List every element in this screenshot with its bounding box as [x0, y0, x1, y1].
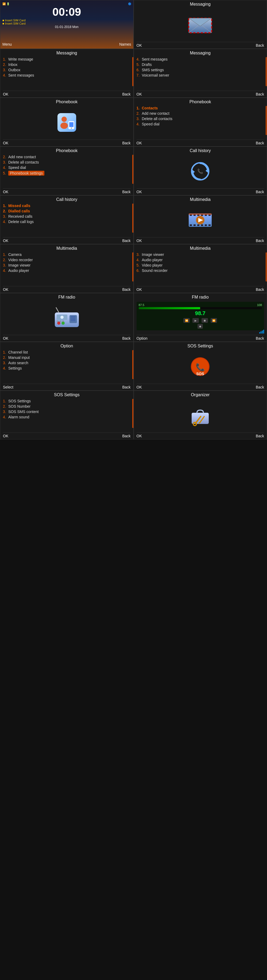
pb2-item-4[interactable]: 4. Speed dial	[3, 165, 131, 170]
item-num: 1.	[3, 57, 7, 61]
ok-key[interactable]: OK	[3, 287, 8, 292]
back-key[interactable]: Back	[122, 141, 130, 145]
fmradio-icon-cell: FM radio	[0, 293, 134, 342]
ok-key[interactable]: OK	[137, 385, 142, 389]
ch-item-4[interactable]: 4. Delete call logs	[3, 219, 131, 224]
item-label: Settings	[8, 366, 22, 370]
mm-item-1[interactable]: 1. Camera	[3, 252, 131, 257]
msg-item-4[interactable]: 4. Sent messages	[3, 73, 131, 78]
back-key[interactable]: Back	[256, 43, 264, 48]
back-key[interactable]: Back	[256, 190, 264, 194]
fm-stop-btn[interactable]: ⏹	[201, 318, 208, 323]
back-key[interactable]: Back	[122, 336, 130, 340]
back-key[interactable]: Back	[122, 239, 130, 243]
pb-item-2[interactable]: 2. Add new contact	[137, 111, 264, 116]
msg-item-2[interactable]: 2. Inbox	[3, 62, 131, 67]
ok-key[interactable]: OK	[137, 287, 142, 292]
ok-key[interactable]: OK	[3, 141, 8, 145]
contact-icon	[56, 112, 77, 133]
item-num: 4.	[3, 73, 7, 77]
phonebook-icon-bottombar: OK Back	[3, 140, 131, 145]
item-label: Outbox	[8, 68, 20, 72]
ok-key[interactable]: OK	[137, 434, 142, 438]
msg2-item-5[interactable]: 5. Drafts	[137, 62, 264, 67]
back-key[interactable]: Back	[256, 239, 264, 243]
msg2-item-6[interactable]: 6. SMS settings	[137, 67, 264, 73]
item-num: 3.	[3, 263, 7, 267]
fm-rewind-btn[interactable]: ⏪	[183, 318, 190, 323]
mm-item-4[interactable]: 4. Audio player	[3, 268, 131, 273]
back-key[interactable]: Back	[256, 385, 264, 389]
fmoption-title: Option	[3, 344, 131, 348]
back-key[interactable]: Back	[256, 141, 264, 145]
messaging-menu2-bottombar: OK Back	[137, 91, 264, 96]
mm2-item-3[interactable]: 3. Image viewer	[137, 252, 264, 257]
back-key[interactable]: Back	[122, 92, 130, 96]
back-key[interactable]: Back	[122, 287, 130, 292]
ok-key[interactable]: OK	[137, 92, 142, 96]
option-key[interactable]: Option	[137, 336, 147, 340]
sos-item-2[interactable]: 2. SOS Number	[3, 404, 131, 409]
ch-item-3[interactable]: 3. Received calls	[3, 214, 131, 219]
item-label: Camera	[8, 252, 22, 257]
back-key[interactable]: Back	[122, 434, 130, 438]
ok-key[interactable]: OK	[137, 239, 142, 243]
pb2-item-3[interactable]: 3. Delete all contacts	[3, 159, 131, 165]
ok-key[interactable]: OK	[137, 43, 142, 48]
fm-play-btn[interactable]: ▶	[192, 318, 199, 323]
pb-item-4[interactable]: 4. Speed dial	[137, 121, 264, 127]
messaging-menu1-cell: Messaging 1. Write message 2. Inbox 3. O…	[0, 49, 134, 98]
fm-opt-1[interactable]: 1. Channel list	[3, 350, 131, 355]
back-key[interactable]: Back	[256, 287, 264, 292]
item-label: Delete all contacts	[142, 116, 173, 121]
sos-item-4[interactable]: 4. Alarm sound	[3, 414, 131, 420]
pb-item-3[interactable]: 3. Delete all contacts	[137, 116, 264, 121]
organizer-title: Organizer	[137, 393, 264, 397]
msg2-item-7[interactable]: 7. Voicemail server	[137, 73, 264, 78]
sos-menu-cell: SOS Settings 1. SOS Settings 2. SOS Numb…	[0, 391, 134, 439]
back-key[interactable]: Back	[122, 385, 130, 389]
ch-item-1[interactable]: 1. Missed calls	[3, 203, 131, 208]
ok-key[interactable]: OK	[3, 239, 8, 243]
ok-key[interactable]: OK	[3, 434, 8, 438]
select-key[interactable]: Select	[3, 385, 13, 389]
multimedia-menu1-cell: Multimedia 1. Camera 2. Video recorder 3…	[0, 244, 134, 293]
sos-item-1[interactable]: 1. SOS Settings	[3, 398, 131, 404]
ok-key[interactable]: OK	[3, 190, 8, 194]
svg-point-10	[71, 127, 72, 129]
pb-item-1[interactable]: 1. Contacts	[137, 105, 264, 111]
sos-item-3[interactable]: 3. SOS SMS content	[3, 409, 131, 414]
ok-key[interactable]: OK	[3, 336, 8, 340]
fm-opt-2[interactable]: 2. Manual input	[3, 355, 131, 360]
mm2-item-6[interactable]: 6. Sound recorder	[137, 268, 264, 273]
organizer-icon-cell: Organizer	[134, 391, 267, 439]
fm-opt-4[interactable]: 4. Settings	[3, 366, 131, 371]
back-key[interactable]: Back	[256, 92, 264, 96]
callhistory-menu-cell: Call history 1. Missed calls 2. Dialled …	[0, 195, 134, 244]
pb2-item-2[interactable]: 2. Add new contact	[3, 154, 131, 159]
fm-opt-3[interactable]: 3. Auto search	[3, 360, 131, 366]
back-key[interactable]: Back	[256, 336, 264, 340]
item-num: 2.	[3, 155, 7, 159]
back-key[interactable]: Back	[122, 190, 130, 194]
mm-item-2[interactable]: 2. Video recorder	[3, 257, 131, 262]
accent-bar	[132, 57, 133, 86]
fm-extra-btn[interactable]: ⏺	[198, 324, 203, 329]
mm2-item-4[interactable]: 4. Audio player	[137, 257, 264, 262]
pb2-item-5[interactable]: 5. Phonebook settings	[3, 170, 131, 176]
ok-key[interactable]: OK	[137, 190, 142, 194]
msg-item-3[interactable]: 3. Outbox	[3, 67, 131, 73]
back-key[interactable]: Back	[256, 434, 264, 438]
ch-item-2[interactable]: 2. Dialled calls	[3, 208, 131, 214]
ok-key[interactable]: OK	[137, 141, 142, 145]
names-key[interactable]: Names	[119, 42, 131, 46]
callhistory-icon-bottombar: OK Back	[137, 188, 264, 194]
callhistory-title: Call history	[137, 148, 264, 153]
menu-key[interactable]: Menu	[2, 42, 12, 46]
mm2-item-5[interactable]: 5. Video player	[137, 262, 264, 268]
ok-key[interactable]: OK	[3, 92, 8, 96]
msg-item-1[interactable]: 1. Write message	[3, 57, 131, 62]
fm-forward-btn[interactable]: ⏩	[211, 318, 217, 323]
msg2-item-4[interactable]: 4. Sent messages	[137, 57, 264, 62]
mm-item-3[interactable]: 3. Image viewer	[3, 262, 131, 268]
